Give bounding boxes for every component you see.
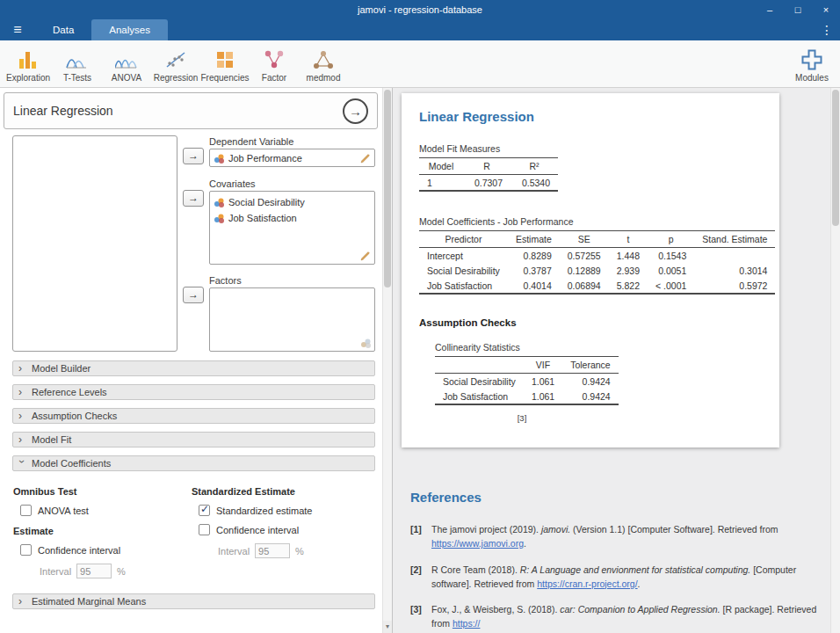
arrow-right-icon: → bbox=[349, 104, 362, 119]
t-tests-icon bbox=[66, 48, 89, 71]
model-fit-table: Model R R² 1 0.7307 0.5340 bbox=[419, 157, 558, 192]
main-area: Linear Regression → → → → Dependent Vari… bbox=[0, 88, 840, 633]
analysis-header: Linear Regression → bbox=[4, 92, 378, 129]
model-fit-table-title: Model Fit Measures bbox=[419, 143, 762, 154]
section-reference-levels[interactable]: › Reference Levels bbox=[12, 384, 375, 400]
dependent-variable-label: Dependent Variable bbox=[209, 136, 375, 147]
collinearity-table-title: Collinearity Statistics bbox=[435, 342, 762, 353]
chevron-right-icon: › bbox=[18, 596, 25, 607]
minimize-button[interactable]: – bbox=[756, 0, 784, 19]
ribbon-item-factor[interactable]: Factor bbox=[250, 46, 299, 83]
section-label: Model Builder bbox=[32, 363, 91, 374]
dependent-variable-box[interactable]: Job Performance bbox=[209, 149, 375, 167]
reference-link[interactable]: https://www.jamovi.org bbox=[431, 538, 524, 549]
menu-icon[interactable]: ≡ bbox=[0, 19, 35, 40]
assign-factor-button[interactable]: → bbox=[183, 287, 204, 303]
assign-dependent-button[interactable]: → bbox=[183, 148, 204, 164]
table-row: Job Satisfaction 1.061 0.9424 bbox=[435, 389, 619, 404]
continuous-variable-icon bbox=[214, 153, 224, 164]
ribbon-item-t-tests[interactable]: T-Tests bbox=[53, 46, 102, 83]
modules-icon bbox=[800, 48, 823, 71]
list-item[interactable]: Job Satisfaction bbox=[214, 210, 371, 226]
scroll-down-icon[interactable]: ▾ bbox=[383, 621, 392, 633]
ribbon-item-modules[interactable]: Modules bbox=[787, 46, 836, 83]
section-label: Model Coefficients bbox=[32, 458, 111, 469]
transfer-buttons-column: → → → bbox=[177, 135, 209, 352]
list-item[interactable]: Job Performance bbox=[214, 150, 302, 166]
ribbon-item-medmod[interactable]: medmod bbox=[299, 46, 348, 83]
table-row: 1 0.7307 0.5340 bbox=[419, 175, 558, 192]
reference-link[interactable]: https:// bbox=[453, 618, 481, 629]
reference-link[interactable]: https://cran.r-project.org/ bbox=[537, 578, 637, 589]
tab-analyses[interactable]: Analyses bbox=[91, 19, 168, 40]
section-assumption-checks[interactable]: › Assumption Checks bbox=[12, 408, 375, 424]
chevron-right-icon: › bbox=[18, 434, 25, 445]
scrollbar-thumb[interactable] bbox=[832, 90, 839, 226]
group-title: Standardized Estimate bbox=[192, 486, 375, 497]
maximize-button[interactable]: □ bbox=[784, 0, 812, 19]
table-row: Job Satisfaction 0.4014 0.06894 5.822 < … bbox=[419, 278, 775, 294]
section-estimated-marginal-means[interactable]: › Estimated Marginal Means bbox=[12, 593, 375, 609]
checkbox-checked-icon: ✓ bbox=[199, 505, 210, 516]
variable-name: Job Performance bbox=[228, 153, 302, 164]
list-item: [1] The jamovi project (2019). jamovi. (… bbox=[410, 522, 826, 551]
factors-box[interactable] bbox=[209, 287, 375, 352]
continuous-variable-icon bbox=[214, 213, 224, 223]
pencil-icon bbox=[360, 153, 371, 164]
interval-label: Interval bbox=[218, 546, 250, 557]
factors-label: Factors bbox=[209, 275, 375, 286]
coefficients-table-title: Model Coefficients - Job Performance bbox=[419, 216, 762, 227]
available-variables-list[interactable] bbox=[12, 135, 177, 352]
standardized-estimate-checkbox[interactable]: ✓ Standardized estimate bbox=[199, 505, 375, 516]
regression-icon bbox=[164, 48, 187, 71]
options-scrollbar: ▾ bbox=[382, 88, 392, 633]
tab-bar: ≡ Data Analyses ⋮ bbox=[0, 19, 840, 40]
titlebar: jamovi - regression-database – □ × bbox=[0, 0, 840, 19]
checkbox-unchecked-icon bbox=[199, 524, 210, 535]
scrollbar-thumb[interactable] bbox=[384, 90, 391, 287]
reference-text: Fox, J., & Weisberg, S. (2018). car: Com… bbox=[431, 602, 826, 631]
reference-text: R Core Team (2018). R: A Language and en… bbox=[431, 563, 826, 592]
variable-name: Social Desirability bbox=[228, 197, 305, 207]
table-row: Intercept 0.8289 0.57255 1.448 0.1543 bbox=[419, 248, 775, 264]
anova-test-checkbox[interactable]: ANOVA test bbox=[20, 505, 192, 516]
section-label: Assumption Checks bbox=[32, 411, 117, 421]
group-title: Omnibus Test bbox=[13, 486, 192, 497]
section-model-fit[interactable]: › Model Fit bbox=[12, 432, 375, 447]
options-column-right: Standardized Estimate ✓ Standardized est… bbox=[192, 481, 375, 586]
assign-covariate-button[interactable]: → bbox=[183, 190, 204, 207]
linear-regression-results[interactable]: Linear Regression Model Fit Measures Mod… bbox=[402, 93, 779, 447]
estimate-confidence-interval-checkbox[interactable]: Confidence interval bbox=[20, 544, 192, 556]
standardized-confidence-interval-checkbox[interactable]: Confidence interval bbox=[199, 524, 375, 535]
percent-label: % bbox=[295, 546, 304, 557]
arrow-right-icon: → bbox=[188, 149, 199, 162]
arrow-right-icon: → bbox=[188, 288, 199, 301]
close-icon: × bbox=[823, 4, 829, 15]
reference-number: [1] bbox=[410, 522, 431, 551]
ribbon-item-regression[interactable]: Regression bbox=[151, 46, 200, 83]
chevron-right-icon: › bbox=[18, 411, 25, 421]
estimate-interval-row: Interval % bbox=[40, 564, 192, 578]
variable-name: Job Satisfaction bbox=[228, 213, 297, 223]
collinearity-block: Collinearity Statistics VIF Tolerance So… bbox=[435, 342, 762, 423]
medmod-icon bbox=[312, 48, 335, 71]
collinearity-table: VIF Tolerance Social Desirability 1.061 … bbox=[435, 356, 619, 405]
section-model-builder[interactable]: › Model Builder bbox=[12, 360, 375, 376]
more-options-icon[interactable]: ⋮ bbox=[814, 19, 840, 40]
ribbon-item-anova[interactable]: ANOVA bbox=[102, 46, 151, 83]
covariates-box[interactable]: Social Desirability Job Satisfaction bbox=[209, 191, 375, 265]
close-button[interactable]: × bbox=[812, 0, 840, 19]
section-model-coefficients[interactable]: › Model Coefficients bbox=[12, 455, 375, 471]
arrow-right-icon: → bbox=[188, 192, 199, 204]
interval-label: Interval bbox=[40, 566, 71, 577]
table-row: Social Desirability 0.3787 0.12889 2.939… bbox=[419, 263, 775, 278]
jamovi-window: jamovi - regression-database – □ × ≡ Dat… bbox=[0, 0, 840, 633]
tab-data[interactable]: Data bbox=[35, 19, 91, 40]
group-title: Estimate bbox=[13, 526, 192, 536]
ribbon-item-frequencies[interactable]: Frequencies bbox=[200, 46, 250, 83]
ribbon-item-exploration[interactable]: Exploration bbox=[4, 46, 53, 83]
section-label: Estimated Marginal Means bbox=[32, 596, 146, 607]
list-item[interactable]: Social Desirability bbox=[214, 194, 371, 210]
covariates-label: Covariates bbox=[209, 178, 375, 189]
collapse-results-button[interactable]: → bbox=[343, 98, 368, 124]
